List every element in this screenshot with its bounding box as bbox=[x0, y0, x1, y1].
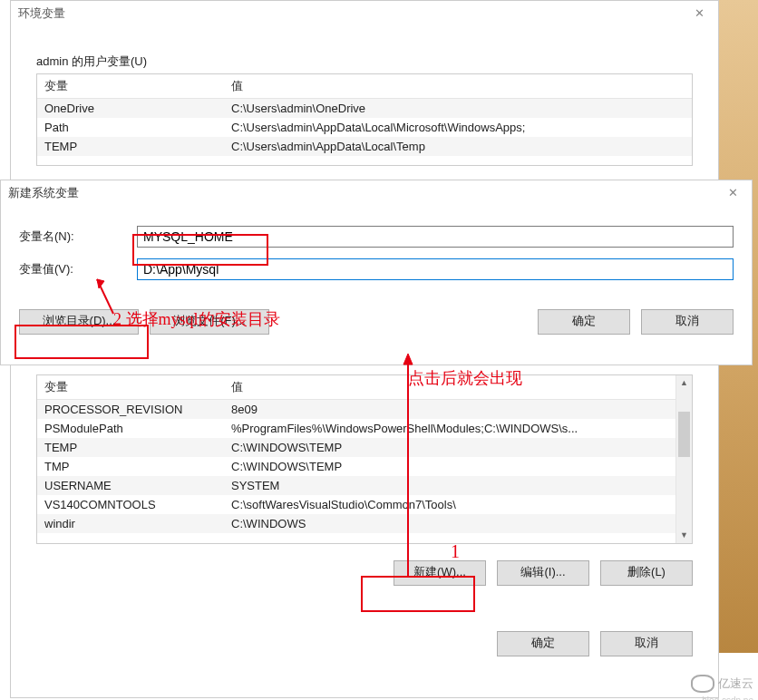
watermark: 亿速云 bbox=[691, 675, 753, 693]
ok-button[interactable]: 确定 bbox=[497, 631, 589, 656]
table-row[interactable]: PSModulePath%ProgramFiles%\WindowsPowerS… bbox=[37, 419, 692, 438]
watermark-text: 亿速云 bbox=[718, 676, 753, 692]
edit-button[interactable]: 编辑(I)... bbox=[497, 560, 589, 586]
cancel-button[interactable]: 取消 bbox=[641, 309, 734, 335]
browse-file-button[interactable]: 浏览文件(F)... bbox=[150, 309, 269, 335]
table-row[interactable]: TEMPC:\Users\admin\AppData\Local\Temp bbox=[37, 137, 692, 156]
table-row[interactable]: TEMPC:\WINDOWS\TEMP bbox=[37, 438, 692, 457]
watermark-sub: blog.csdn.ne bbox=[702, 695, 753, 700]
var-name-label: 变量名(N): bbox=[19, 228, 137, 245]
new-dialog-titlebar: 新建系统变量 ✕ bbox=[1, 180, 752, 206]
scroll-down-icon[interactable]: ▼ bbox=[676, 528, 692, 543]
user-vars-table[interactable]: 变量 值 OneDriveC:\Users\admin\OneDrive Pat… bbox=[36, 73, 693, 166]
new-variable-dialog: 新建系统变量 ✕ 变量名(N): 变量值(V): 浏览目录(D)... 浏览文件… bbox=[0, 180, 753, 365]
table-row[interactable]: PROCESSOR_REVISION8e09 bbox=[37, 400, 692, 419]
col-header-value[interactable]: 值 bbox=[224, 375, 692, 399]
col-header-variable[interactable]: 变量 bbox=[37, 375, 224, 399]
var-name-input[interactable] bbox=[137, 226, 734, 248]
delete-button[interactable]: 删除(L) bbox=[600, 560, 693, 586]
col-header-value[interactable]: 值 bbox=[224, 74, 692, 98]
col-header-variable[interactable]: 变量 bbox=[37, 74, 224, 98]
ok-button[interactable]: 确定 bbox=[538, 309, 630, 335]
browse-dir-button[interactable]: 浏览目录(D)... bbox=[19, 309, 139, 335]
scroll-thumb[interactable] bbox=[678, 412, 690, 457]
env-dialog-titlebar: 环境变量 ✕ bbox=[11, 1, 718, 26]
table-row[interactable]: VS140COMNTOOLSC:\softWaresVisualStudio\C… bbox=[37, 495, 692, 514]
var-value-label: 变量值(V): bbox=[19, 261, 137, 277]
table-row[interactable]: TMPC:\WINDOWS\TEMP bbox=[37, 457, 692, 476]
table-row[interactable]: USERNAMESYSTEM bbox=[37, 476, 692, 495]
close-icon[interactable]: ✕ bbox=[714, 180, 752, 206]
cancel-button[interactable]: 取消 bbox=[600, 631, 693, 656]
var-value-input[interactable] bbox=[137, 258, 734, 280]
env-dialog-title: 环境变量 bbox=[18, 6, 65, 20]
scrollbar[interactable]: ▲ ▼ bbox=[675, 375, 692, 543]
table-row[interactable]: PathC:\Users\admin\AppData\Local\Microso… bbox=[37, 118, 692, 137]
system-vars-table[interactable]: 变量 值 PROCESSOR_REVISION8e09 PSModulePath… bbox=[36, 374, 693, 544]
close-icon[interactable]: ✕ bbox=[680, 1, 718, 26]
table-row[interactable]: OneDriveC:\Users\admin\OneDrive bbox=[37, 99, 692, 118]
scroll-up-icon[interactable]: ▲ bbox=[676, 375, 692, 391]
new-button[interactable]: 新建(W)... bbox=[394, 560, 486, 586]
table-row[interactable]: windirC:\WINDOWS bbox=[37, 514, 692, 533]
user-vars-label: admin 的用户变量(U) bbox=[36, 53, 693, 70]
new-dialog-title: 新建系统变量 bbox=[8, 186, 79, 199]
watermark-logo-icon bbox=[691, 675, 714, 693]
